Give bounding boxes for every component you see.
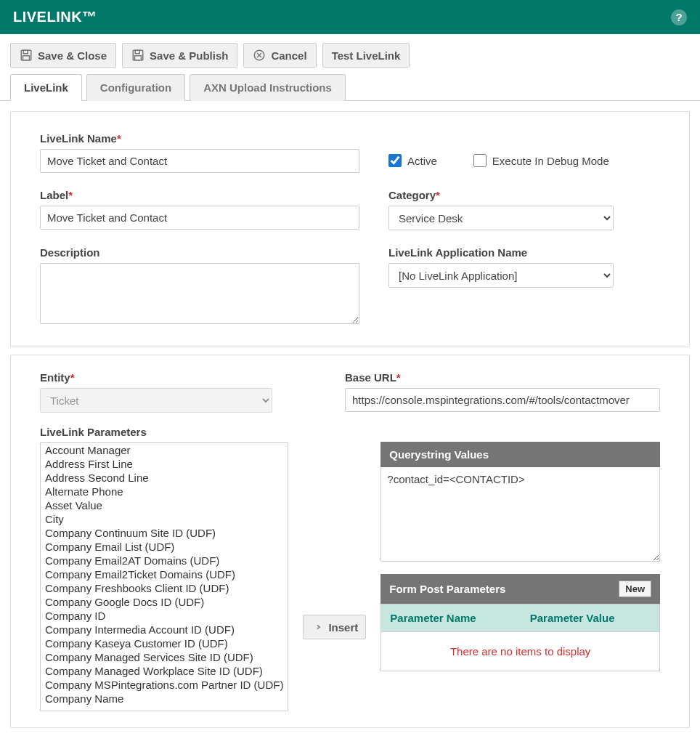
- toolbar: Save & Close Save & Publish Cancel Test …: [0, 34, 700, 73]
- tab-axn-upload[interactable]: AXN Upload Instructions: [190, 74, 346, 101]
- list-item[interactable]: Company Name: [41, 692, 288, 705]
- list-item[interactable]: Company Google Docs ID (UDF): [41, 595, 288, 609]
- querystring-header: Querystring Values: [380, 442, 660, 467]
- col-param-value: Parameter Value: [521, 604, 660, 632]
- app-title: LIVELINK™: [13, 9, 97, 25]
- tab-livelink[interactable]: LiveLink: [10, 74, 82, 101]
- tab-bar: LiveLink Configuration AXN Upload Instru…: [0, 73, 700, 101]
- tab-configuration[interactable]: Configuration: [86, 74, 185, 101]
- list-item[interactable]: Company Continuum Site ID (UDF): [41, 526, 288, 540]
- svg-rect-2: [23, 56, 30, 60]
- list-item[interactable]: Company Kaseya Customer ID (UDF): [41, 636, 288, 650]
- list-item[interactable]: Company MSPintegrations.com Partner ID (…: [41, 678, 288, 692]
- insert-button[interactable]: Insert: [303, 615, 366, 639]
- category-label: Category: [388, 189, 614, 201]
- save-close-label: Save & Close: [38, 49, 107, 62]
- parameters-panel: Entity Ticket Base URL LiveLink Paramete…: [10, 355, 690, 728]
- arrow-right-icon: [311, 620, 324, 634]
- entity-select[interactable]: Ticket: [40, 388, 272, 413]
- active-checkbox[interactable]: [388, 154, 402, 167]
- list-item[interactable]: Asset Value: [41, 498, 288, 512]
- baseurl-label: Base URL: [345, 371, 660, 384]
- insert-label: Insert: [328, 621, 358, 634]
- debug-checkbox[interactable]: [473, 154, 487, 167]
- new-button[interactable]: New: [619, 581, 651, 597]
- app-name-label: LiveLink Application Name: [388, 246, 614, 259]
- debug-label: Execute In Debug Mode: [492, 155, 609, 167]
- livelink-name-input[interactable]: [40, 149, 359, 173]
- list-item[interactable]: Company ID: [41, 609, 288, 623]
- save-publish-label: Save & Publish: [150, 49, 228, 62]
- cancel-icon: [253, 49, 266, 62]
- test-livelink-button[interactable]: Test LiveLink: [322, 43, 410, 68]
- empty-message: There are no items to display: [381, 632, 660, 671]
- list-item[interactable]: Account Manager: [41, 443, 288, 457]
- svg-rect-5: [135, 56, 142, 60]
- col-param-name: Parameter Name: [381, 604, 521, 632]
- formpost-header: Form Post Parameters New: [380, 574, 660, 604]
- help-icon[interactable]: [671, 9, 687, 25]
- category-select[interactable]: Service Desk: [388, 206, 614, 230]
- list-item[interactable]: Company Email2AT Domains (UDF): [41, 554, 288, 567]
- parameters-listbox[interactable]: Account ManagerAddress First LineAddress…: [40, 442, 288, 711]
- list-item[interactable]: Company Freshbooks Client ID (UDF): [41, 581, 288, 595]
- baseurl-input[interactable]: [345, 388, 660, 412]
- entity-label: Entity: [40, 371, 330, 384]
- save-icon: [131, 49, 145, 62]
- params-label: LiveLink Parameters: [40, 426, 288, 438]
- list-item[interactable]: Company Email List (UDF): [41, 540, 288, 554]
- app-header: LIVELINK™: [0, 0, 700, 34]
- livelink-form-panel: LiveLink Name Active Execute In Debug Mo…: [10, 111, 690, 347]
- list-item[interactable]: Company Intermedia Account ID (UDF): [41, 623, 288, 636]
- description-textarea[interactable]: [40, 263, 359, 324]
- list-item[interactable]: Alternate Phone: [41, 485, 288, 498]
- list-item[interactable]: Address First Line: [41, 457, 288, 471]
- list-item[interactable]: Address Second Line: [41, 471, 288, 485]
- label-input[interactable]: [40, 206, 359, 230]
- list-item[interactable]: City: [41, 512, 288, 526]
- description-label: Description: [40, 246, 359, 259]
- cancel-button[interactable]: Cancel: [243, 43, 316, 68]
- livelink-name-label: LiveLink Name: [40, 132, 359, 145]
- list-item[interactable]: Company Managed Workplace Site ID (UDF): [41, 664, 288, 678]
- test-label: Test LiveLink: [332, 49, 401, 62]
- save-publish-button[interactable]: Save & Publish: [122, 43, 237, 68]
- label-label: Label: [40, 189, 359, 201]
- active-label: Active: [407, 155, 437, 167]
- querystring-textarea[interactable]: [380, 467, 660, 562]
- cancel-label: Cancel: [271, 49, 306, 62]
- save-icon: [20, 49, 33, 62]
- list-item[interactable]: Company Managed Services Site ID (UDF): [41, 650, 288, 664]
- app-name-select[interactable]: [No LiveLink Application]: [388, 263, 614, 288]
- svg-rect-4: [135, 50, 139, 54]
- save-close-button[interactable]: Save & Close: [10, 43, 116, 68]
- formpost-table: Parameter Name Parameter Value There are…: [380, 604, 660, 671]
- list-item[interactable]: Company Email2Ticket Domains (UDF): [41, 567, 288, 581]
- svg-rect-1: [23, 50, 28, 54]
